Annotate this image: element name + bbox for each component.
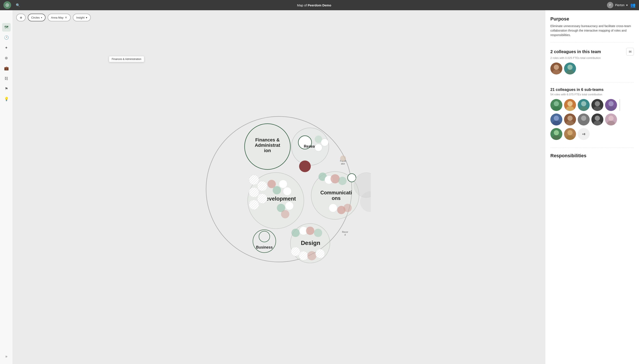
svg-point-55 [314, 229, 322, 237]
responsibilities-section: Responsibilities [550, 153, 634, 167]
chevron-down-icon: ▾ [626, 4, 628, 7]
svg-point-57 [291, 247, 300, 256]
remove-anna-may-button[interactable]: ✕ [65, 16, 67, 19]
svg-point-94 [567, 130, 573, 135]
insight-dropdown[interactable]: Insight ▾ [73, 14, 91, 21]
avatar[interactable] [550, 62, 562, 74]
avatar[interactable] [605, 114, 617, 126]
topbar: 🔍 Map of Peerdom Demo P Pierton ▾ 👥 [0, 0, 639, 10]
svg-point-81 [607, 106, 615, 111]
colleagues-sub: 2 roles with 0.025 FTEs total contributi… [550, 56, 634, 60]
avatar[interactable] [564, 114, 576, 126]
svg-point-90 [608, 116, 613, 121]
svg-point-93 [552, 135, 560, 140]
avatar[interactable] [605, 99, 617, 111]
avatar[interactable] [550, 99, 562, 111]
svg-point-92 [554, 130, 559, 135]
user-name: Pierton [615, 4, 624, 7]
avatar[interactable] [591, 114, 603, 126]
svg-point-83 [552, 121, 560, 126]
avatar[interactable] [564, 128, 576, 140]
sidebar-item-layers[interactable]: ⊗ [2, 54, 11, 62]
svg-text:Administrat: Administrat [255, 143, 280, 148]
circles-dropdown[interactable]: Circles ▾ [28, 14, 46, 21]
sidebar-item-briefcase[interactable]: 💼 [2, 64, 11, 72]
purpose-section: Purpose Eliminate unnecessary bureaucrac… [550, 16, 634, 43]
purpose-title: Purpose [550, 16, 634, 22]
svg-point-87 [580, 121, 587, 126]
svg-point-68 [554, 65, 559, 70]
svg-point-48 [259, 231, 270, 242]
user-menu[interactable]: P Pierton ▾ [607, 2, 628, 8]
avatar[interactable] [550, 114, 562, 126]
app-logo[interactable] [4, 1, 11, 9]
more-avatars-badge[interactable]: +8 [578, 128, 590, 140]
divider [619, 99, 620, 111]
colleagues-header: 2 colleagues in this team ✉ [550, 48, 634, 56]
chevron-down-icon: ▾ [86, 16, 87, 19]
team-colleagues-section: 2 colleagues in this team ✉ 2 roles with… [550, 48, 634, 82]
svg-text:Recor: Recor [342, 231, 348, 233]
svg-point-28 [249, 200, 259, 210]
subteam-avatar-row-1 [550, 99, 634, 111]
svg-text:d: d [345, 234, 346, 236]
sidebar-item-flag[interactable]: ⚑ [2, 84, 11, 93]
svg-point-60 [307, 251, 316, 260]
avatar[interactable] [591, 99, 603, 111]
topbar-left: 🔍 [4, 1, 21, 9]
circles-label: Circles [31, 16, 40, 19]
main-content: ⊕ Circles ▾ Anna May ✕ Insight ▾ Finance… [13, 10, 639, 364]
email-team-button[interactable]: ✉ [626, 48, 634, 56]
svg-point-16 [299, 160, 311, 172]
svg-point-24 [249, 187, 259, 197]
sidebar-collapse-button[interactable]: » [2, 352, 11, 360]
sidebar-item-map[interactable]: 🗺 [2, 23, 11, 32]
svg-point-22 [257, 181, 267, 191]
people-icon[interactable]: 👥 [630, 2, 635, 8]
svg-point-44 [329, 204, 337, 212]
sidebar-item-bulb[interactable]: 💡 [2, 95, 11, 103]
more-count: +8 [582, 132, 585, 136]
avatar[interactable] [550, 128, 562, 140]
sidebar-item-clock[interactable]: 🕐 [2, 33, 11, 42]
layers-button[interactable]: ⊕ [16, 14, 26, 21]
avatar[interactable] [578, 99, 590, 111]
svg-point-30 [279, 180, 287, 188]
avatar[interactable] [564, 99, 576, 111]
svg-point-62 [315, 249, 325, 258]
svg-point-54 [306, 226, 314, 235]
svg-point-31 [273, 186, 281, 194]
svg-point-71 [566, 70, 574, 74]
svg-point-32 [283, 187, 291, 196]
avatar[interactable] [564, 62, 576, 74]
svg-point-76 [581, 101, 586, 106]
svg-text:ons: ons [332, 196, 341, 201]
svg-point-59 [299, 251, 308, 260]
svg-text:ator: ator [341, 162, 345, 165]
map-area: ⊕ Circles ▾ Anna May ✕ Insight ▾ Finance… [13, 10, 545, 364]
team-avatar-row [550, 62, 634, 74]
svg-point-11 [321, 139, 329, 146]
svg-point-52 [291, 229, 300, 237]
sidebar: 🗺 🕐 ✦ ⊗ 💼 ⛓ ⚑ 💡 » [0, 10, 13, 364]
svg-point-80 [608, 101, 613, 106]
svg-text:Design: Design [301, 240, 320, 246]
colleagues-title: 2 colleagues in this team [550, 49, 601, 54]
svg-point-95 [566, 135, 574, 140]
subteam-avatar-row-3: +8 [550, 128, 634, 140]
svg-point-42 [331, 174, 340, 184]
svg-text:Communicati: Communicati [320, 190, 352, 196]
svg-point-82 [554, 116, 559, 121]
svg-text:ion: ion [264, 148, 271, 153]
subteams-sub: 54 roles with 6.075 FTEs total contribut… [550, 93, 634, 96]
svg-point-91 [607, 121, 615, 126]
avatar[interactable] [578, 114, 590, 126]
circle-map[interactable]: Finances & Administrat ion Research Faci… [13, 10, 545, 364]
sidebar-item-compass[interactable]: ✦ [2, 44, 11, 52]
search-button[interactable]: 🔍 [15, 2, 21, 8]
svg-point-86 [581, 116, 586, 121]
sidebar-item-link[interactable]: ⛓ [2, 74, 11, 83]
subteams-title: 21 colleagues in 6 sub-teams [550, 88, 634, 92]
page-title: Map of Peerdom Demo [297, 4, 331, 7]
anna-may-tag[interactable]: Anna May ✕ [48, 14, 71, 21]
